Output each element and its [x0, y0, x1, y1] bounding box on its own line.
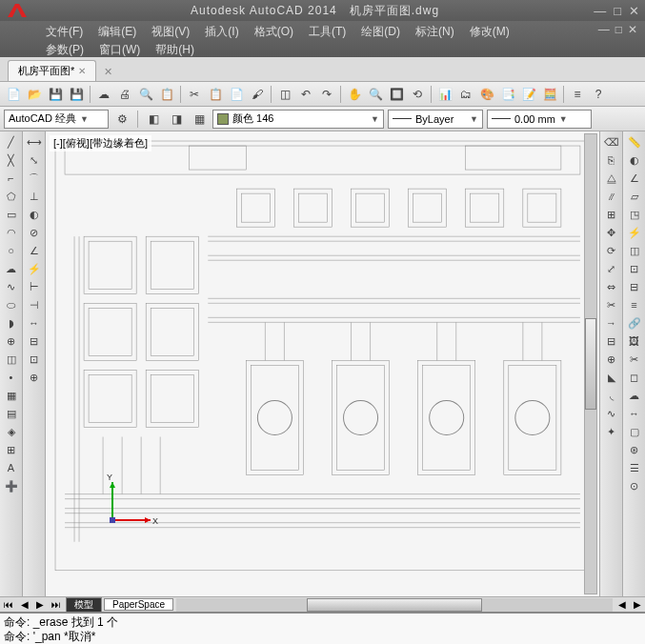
group-tool[interactable]: ⊡ — [625, 260, 644, 277]
polygon-tool[interactable]: ⬠ — [2, 188, 21, 205]
region-tool[interactable]: ◈ — [2, 423, 21, 440]
hatch-tool[interactable]: ▦ — [2, 387, 21, 404]
blend-tool[interactable]: ∿ — [602, 405, 621, 422]
maximize-button[interactable]: □ — [614, 4, 621, 18]
matchprop-button[interactable]: 🖌 — [248, 85, 267, 104]
dim-continue-tool[interactable]: ⊣ — [25, 296, 44, 313]
area-tool[interactable]: ▢ — [625, 423, 644, 440]
block-button[interactable]: ◫ — [275, 85, 294, 104]
menu-window[interactable]: 窗口(W) — [91, 41, 148, 59]
zoomprev-button[interactable]: ⟲ — [408, 85, 427, 104]
copy-tool[interactable]: ⎘ — [602, 151, 621, 169]
doc-maximize-button[interactable]: □ — [615, 23, 622, 36]
break-tool[interactable]: ⊟ — [602, 332, 621, 350]
dim-break-tool[interactable]: ⊟ — [25, 332, 44, 350]
image-tool[interactable]: 🖼 — [625, 332, 644, 350]
dist-tool[interactable]: ↔ — [625, 405, 644, 422]
offset-tool[interactable]: ⫽ — [602, 188, 621, 205]
measure-area-tool[interactable]: ▱ — [625, 188, 644, 205]
clip-tool[interactable]: ✂ — [625, 351, 644, 368]
menu-parametric[interactable]: 参数(P) — [38, 41, 91, 59]
centermark-tool[interactable]: ⊕ — [25, 369, 44, 386]
layer-iso-button[interactable]: ▦ — [190, 110, 209, 129]
hscroll-right[interactable]: ▶ — [630, 599, 645, 610]
properties-button[interactable]: 📊 — [435, 85, 454, 104]
measure-angle-tool[interactable]: ∠ — [625, 170, 644, 187]
measure-volume-tool[interactable]: ◳ — [625, 206, 644, 223]
ellipse-tool[interactable]: ⬭ — [2, 296, 21, 313]
command-history[interactable]: 命令: _erase 找到 1 个 命令: '_pan *取消* 命令: — [0, 612, 645, 644]
hscroll-left[interactable]: ◀ — [615, 599, 630, 610]
layer-manager-button[interactable]: ◧ — [144, 110, 163, 129]
selectall-tool[interactable]: ◫ — [625, 242, 644, 259]
vscroll-thumb[interactable] — [585, 318, 596, 410]
rotate-tool[interactable]: ⟳ — [602, 242, 621, 259]
tab-next[interactable]: ▶ — [32, 599, 48, 610]
cloud-button[interactable]: ☁ — [94, 85, 113, 104]
menu-file[interactable]: 文件(F) — [38, 23, 91, 41]
cut-button[interactable]: ✂ — [185, 85, 204, 104]
doc-minimize-button[interactable]: — — [598, 23, 610, 36]
copy-button[interactable]: 📋 — [206, 85, 225, 104]
measure-radius-tool[interactable]: ◐ — [625, 151, 644, 169]
zoomwin-button[interactable]: 🔲 — [387, 85, 406, 104]
explode-tool[interactable]: ✦ — [602, 423, 621, 440]
tab-last[interactable]: ⏭ — [48, 599, 65, 610]
designcenter-button[interactable]: 🗂 — [456, 85, 475, 104]
revcloud-tool[interactable]: ☁ — [2, 260, 21, 277]
doc-close-button[interactable]: ✕ — [628, 23, 637, 36]
scale-tool[interactable]: ⤢ — [602, 260, 621, 277]
tab-first[interactable]: ⏮ — [0, 599, 17, 610]
ungroup-tool[interactable]: ⊟ — [625, 278, 644, 295]
menu-tools[interactable]: 工具(T) — [301, 23, 353, 41]
drawing-canvas[interactable]: [-][俯视][带边缘着色] — [46, 131, 599, 596]
menu-help[interactable]: 帮助(H) — [148, 41, 202, 59]
rectangle-tool[interactable]: ▭ — [2, 206, 21, 223]
extend-tool[interactable]: → — [602, 314, 621, 332]
color-combo[interactable]: 颜色 146 ▼ — [212, 110, 384, 129]
move-tool[interactable]: ✥ — [602, 224, 621, 241]
xref-tool[interactable]: 🔗 — [625, 314, 644, 332]
help-button[interactable]: ? — [589, 85, 608, 104]
dim-diameter-tool[interactable]: ⊘ — [25, 224, 44, 241]
preview-button[interactable]: 🔍 — [136, 85, 155, 104]
menu-dimension[interactable]: 标注(N) — [408, 23, 462, 41]
hscrollbar[interactable] — [176, 598, 613, 612]
dim-arc-tool[interactable]: ⌒ — [25, 170, 44, 187]
id-tool[interactable]: ⊙ — [625, 477, 644, 494]
save-button[interactable]: 💾 — [46, 85, 65, 104]
toolpalette-button[interactable]: 🎨 — [477, 85, 496, 104]
zoom-button[interactable]: 🔍 — [366, 85, 385, 104]
menu-draw[interactable]: 绘图(D) — [353, 23, 408, 41]
dim-angular-tool[interactable]: ∠ — [25, 242, 44, 259]
line-tool[interactable]: ╱ — [2, 133, 21, 151]
insert-tool[interactable]: ⊕ — [2, 332, 21, 350]
trim-tool[interactable]: ✂ — [602, 296, 621, 313]
dim-baseline-tool[interactable]: ⊢ — [25, 278, 44, 295]
quickselect-tool[interactable]: ⚡ — [625, 224, 644, 241]
close-button[interactable]: ✕ — [629, 4, 639, 18]
new-tab-button[interactable]: ✕ — [96, 63, 120, 81]
redo-button[interactable]: ↷ — [317, 85, 336, 104]
gradient-tool[interactable]: ▤ — [2, 405, 21, 422]
arc-tool[interactable]: ◠ — [2, 224, 21, 241]
workspace-settings-button[interactable]: ⚙ — [112, 110, 131, 129]
workspace-combo[interactable]: AutoCAD 经典 ▼ — [4, 110, 109, 129]
stretch-tool[interactable]: ⇔ — [602, 278, 621, 295]
join-tool[interactable]: ⊕ — [602, 351, 621, 368]
draworder-tool[interactable]: ≡ — [625, 296, 644, 313]
open-button[interactable]: 📂 — [25, 85, 44, 104]
close-tab-icon[interactable]: ✕ — [78, 66, 86, 76]
calc-button[interactable]: 🧮 — [540, 85, 559, 104]
measure-dist-tool[interactable]: 📏 — [625, 133, 644, 151]
dim-radius-tool[interactable]: ◐ — [25, 206, 44, 223]
revcloud2-tool[interactable]: ☁ — [625, 387, 644, 404]
point-tool[interactable]: • — [2, 369, 21, 386]
menu-modify[interactable]: 修改(M) — [462, 23, 517, 41]
dim-ordinate-tool[interactable]: ⊥ — [25, 188, 44, 205]
pline-tool[interactable]: ⌐ — [2, 170, 21, 187]
menu-format[interactable]: 格式(O) — [247, 23, 301, 41]
viewport-label[interactable]: [-][俯视][带边缘着色] — [50, 135, 151, 151]
dim-aligned-tool[interactable]: ⤡ — [25, 151, 44, 169]
addselected-tool[interactable]: ➕ — [2, 477, 21, 494]
